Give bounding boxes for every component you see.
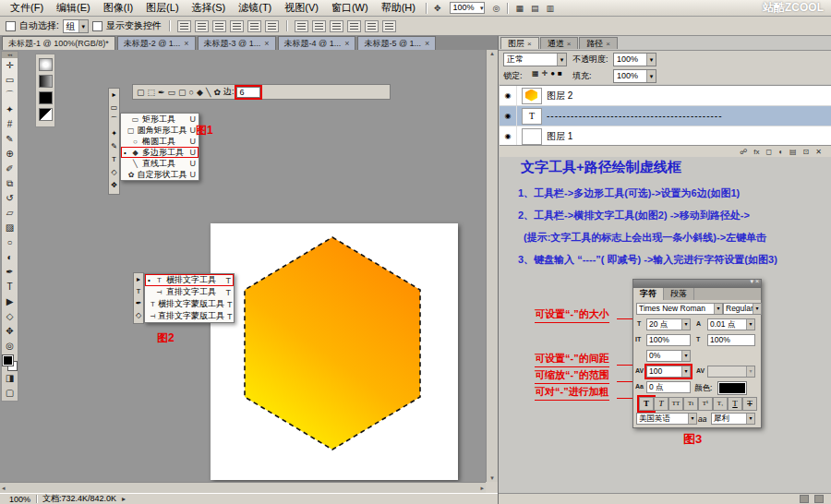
link-layers-icon[interactable]: ☍	[740, 148, 747, 156]
tab-paths[interactable]: 路径	[579, 37, 618, 49]
ellipse-tool-icon[interactable]: ○	[189, 88, 194, 97]
distribute-top-edges-icon[interactable]	[295, 20, 308, 32]
close-icon[interactable]	[606, 38, 610, 50]
baseline-shift-field[interactable]: 0 点	[646, 381, 691, 393]
custom-shape-tool-icon[interactable]: ✿	[213, 88, 221, 97]
foreground-color-swatch[interactable]	[3, 355, 13, 366]
hand-tool-icon[interactable]: ✥	[2, 324, 18, 339]
zoom-tool-icon[interactable]: ◎	[2, 339, 18, 354]
blend-mode-dropdown[interactable]: 正常	[503, 53, 567, 66]
menu-item-vertical-type-tool[interactable]: T 直排文字工具 T	[145, 286, 234, 298]
menu-item-horizontal-type-mask-tool[interactable]: T 横排文字蒙版工具 T	[145, 298, 234, 310]
quick-mask-icon[interactable]: ◨	[2, 371, 18, 386]
hand-tool-icon[interactable]: ✥	[111, 179, 117, 192]
pen-tool-icon[interactable]: ✎	[111, 140, 117, 153]
underline-button[interactable]: T	[728, 397, 742, 411]
tab-paragraph[interactable]: 段落	[664, 288, 694, 300]
pen-tool-icon[interactable]: ✒	[136, 297, 142, 309]
wand-tool-icon[interactable]: ✦	[111, 127, 117, 140]
quick-select-tool-icon[interactable]: ✦	[2, 102, 18, 117]
distribute-bottom-edges-icon[interactable]	[330, 20, 343, 32]
faux-italic-button[interactable]: T	[654, 397, 668, 411]
visibility-eye-icon[interactable]: ◉	[500, 106, 517, 126]
close-icon[interactable]	[184, 38, 188, 50]
layer-row[interactable]: ◉ 图层 2	[500, 86, 831, 106]
leading-dropdown[interactable]: 0.01 点	[707, 318, 755, 330]
new-layer-icon[interactable]: ⊡	[803, 148, 810, 156]
strikethrough-button[interactable]: T	[742, 397, 757, 411]
anti-alias-dropdown[interactable]: 犀利	[711, 413, 755, 425]
brush-preset-icon[interactable]	[39, 58, 53, 71]
menu-item-polygon-tool[interactable]: • ◆ 多边形工具 U	[121, 147, 199, 158]
panel-collapse-handle[interactable]: ◂◂	[2, 52, 18, 58]
layer-thumbnail[interactable]	[522, 128, 542, 145]
move-tool-icon[interactable]: ✥	[430, 4, 445, 13]
menu-layer[interactable]: 图层(L)	[139, 0, 185, 16]
layer-row[interactable]: ◉ 图层 1	[500, 126, 831, 147]
menu-edit[interactable]: 编辑(E)	[50, 0, 97, 16]
tracking-dropdown[interactable]: 100	[646, 366, 691, 378]
lock-position-icon[interactable]: ✛	[542, 69, 548, 78]
shape-tool-icon[interactable]: ◇	[111, 166, 116, 179]
panel-resize-icon[interactable]	[814, 495, 824, 503]
vertical-scrollbar[interactable]: ▴▾	[486, 50, 498, 482]
doc-tab[interactable]: 未标题-5 @ 1...	[357, 36, 436, 50]
menu-item-vertical-type-mask-tool[interactable]: T 直排文字蒙版工具 T	[145, 310, 234, 322]
doc-tab[interactable]: 未标题-3 @ 1...	[198, 36, 276, 50]
layer-name[interactable]: ----------------------------------------…	[547, 111, 777, 121]
font-size-dropdown[interactable]: 20 点	[646, 318, 691, 330]
distribute-right-edges-icon[interactable]	[382, 20, 396, 32]
fill-dropdown[interactable]: 100%	[613, 69, 656, 83]
eyedropper-tool-icon[interactable]: ✎	[2, 132, 18, 147]
menu-image[interactable]: 图像(I)	[97, 0, 139, 16]
layer-style-icon[interactable]: fx	[753, 148, 759, 156]
marquee-tool-icon[interactable]: ▭	[111, 102, 118, 114]
close-icon[interactable]	[567, 38, 572, 50]
gradient-swatch-icon[interactable]	[39, 75, 53, 88]
eraser-tool-icon[interactable]: ▱	[2, 206, 18, 221]
menu-item-rectangle-tool[interactable]: ▭ 矩形工具 U	[121, 114, 199, 125]
sides-input[interactable]: 6	[236, 87, 260, 98]
faux-bold-button[interactable]: T	[639, 397, 654, 411]
align-horizontal-centers-icon[interactable]	[247, 20, 261, 32]
align-left-edges-icon[interactable]	[230, 20, 244, 32]
menu-view[interactable]: 视图(V)	[278, 0, 325, 16]
proportional-spacing-dropdown[interactable]: 0%	[646, 350, 691, 362]
layer-row-selected[interactable]: ◉ T ------------------------------------…	[500, 106, 831, 126]
auto-select-target-dropdown[interactable]: 组	[63, 19, 89, 33]
tool-preset-icon[interactable]: ▢	[137, 88, 145, 97]
text-layer-thumbnail[interactable]: T	[522, 108, 542, 125]
delete-layer-icon[interactable]: ✕	[815, 148, 822, 156]
doc-tab[interactable]: 未标题-4 @ 1...	[278, 36, 356, 50]
polygon-tool-icon[interactable]: ◆	[197, 88, 203, 97]
add-mask-icon[interactable]: ◻	[766, 148, 773, 156]
type-tool-icon[interactable]: T	[137, 285, 141, 297]
layer-group-icon[interactable]: ▤	[789, 148, 797, 156]
tab-layers[interactable]: 图层	[500, 37, 539, 49]
align-bottom-edges-icon[interactable]	[212, 20, 226, 32]
distribute-left-edges-icon[interactable]	[347, 20, 361, 32]
foreground-swatch-icon[interactable]	[39, 91, 53, 104]
panel-title-bar[interactable]	[633, 280, 761, 288]
menu-window[interactable]: 窗口(W)	[325, 0, 375, 16]
vertical-scale-field[interactable]: 100%	[646, 334, 691, 346]
distribute-horizontal-centers-icon[interactable]	[365, 20, 379, 32]
lasso-tool-icon[interactable]: ⌒	[111, 114, 118, 127]
doc-tab-active[interactable]: 未标题-1 @ 100%(RGB/8)*	[2, 36, 115, 50]
pen-tool-icon[interactable]: ✒	[2, 265, 18, 280]
zoom-level-dropdown[interactable]: 100%	[450, 2, 485, 14]
menu-item-custom-shape-tool[interactable]: ✿ 自定形状工具 U	[121, 169, 199, 180]
marquee-tool-icon[interactable]: ▭	[2, 73, 18, 88]
shape-tool-icon[interactable]: ◇	[2, 309, 18, 324]
shape-tool-icon[interactable]: ◇	[136, 309, 141, 321]
pen-tool-icon[interactable]: ✒	[158, 88, 165, 97]
history-brush-tool-icon[interactable]: ↺	[2, 191, 18, 206]
close-icon[interactable]	[527, 38, 532, 50]
dodge-tool-icon[interactable]: ◐	[2, 250, 18, 265]
language-dropdown[interactable]: 美国英语	[636, 413, 697, 425]
small-caps-button[interactable]: Tt	[683, 397, 698, 411]
adjustment-layer-icon[interactable]: ◐	[778, 148, 783, 156]
arrange-documents-icon[interactable]: ▥	[542, 4, 558, 13]
menu-item-line-tool[interactable]: ╲ 直线工具 U	[121, 158, 199, 169]
lock-pixels-icon[interactable]: ●	[550, 69, 555, 78]
